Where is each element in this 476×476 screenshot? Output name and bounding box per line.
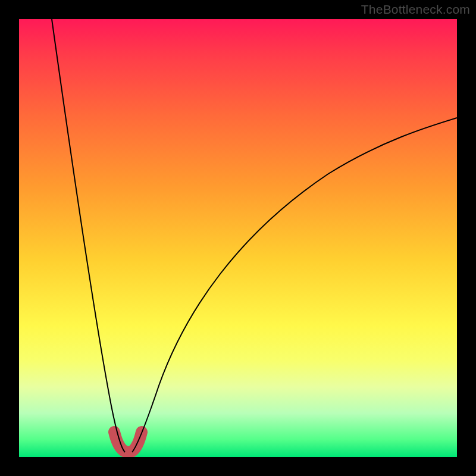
outer-frame: TheBottleneck.com bbox=[0, 0, 476, 476]
plot-area bbox=[19, 19, 457, 457]
right-branch-curve bbox=[132, 118, 457, 452]
left-branch-curve bbox=[52, 19, 125, 452]
watermark-text: TheBottleneck.com bbox=[361, 2, 470, 17]
chart-svg bbox=[19, 19, 457, 457]
